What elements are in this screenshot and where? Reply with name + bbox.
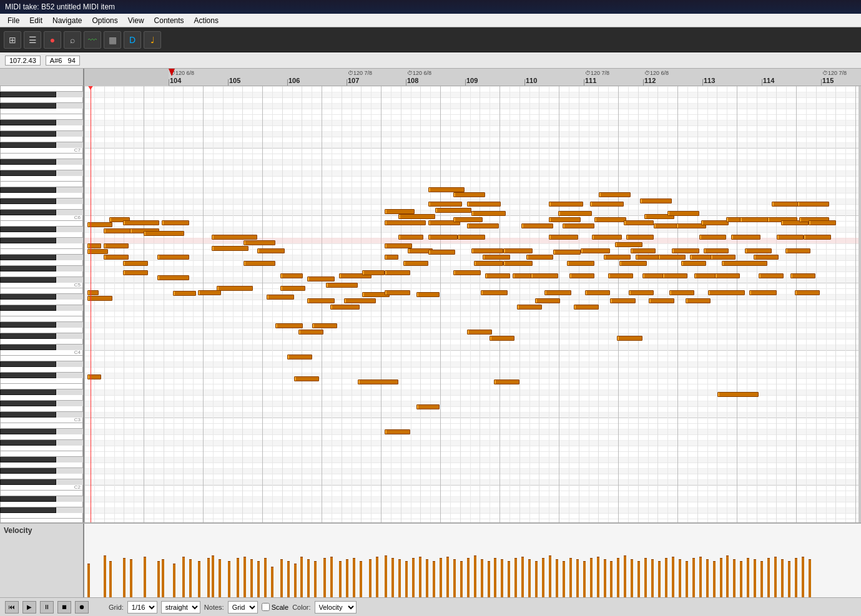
velocity-bar[interactable] bbox=[788, 561, 790, 598]
midi-note[interactable] bbox=[569, 273, 594, 278]
midi-note[interactable] bbox=[604, 255, 631, 260]
velocity-bar[interactable] bbox=[467, 558, 470, 597]
velocity-bar[interactable] bbox=[781, 559, 784, 597]
midi-note[interactable] bbox=[398, 235, 423, 240]
note-grid[interactable] bbox=[84, 86, 859, 522]
piano-key-G4[interactable] bbox=[0, 311, 83, 316]
piano-key-E7[interactable] bbox=[0, 125, 83, 131]
midi-note[interactable] bbox=[809, 220, 836, 225]
velocity-bar[interactable] bbox=[658, 561, 661, 598]
piano-key-G#6[interactable] bbox=[0, 170, 56, 176]
color-select[interactable]: VelocityPitchChannel bbox=[315, 601, 357, 614]
velocity-bar[interactable] bbox=[617, 558, 619, 597]
midi-note[interactable] bbox=[619, 261, 647, 266]
midi-note[interactable] bbox=[785, 248, 810, 253]
midi-note[interactable] bbox=[416, 404, 439, 409]
midi-note[interactable] bbox=[87, 222, 112, 227]
piano-key-B5[interactable] bbox=[0, 221, 83, 227]
midi-note[interactable] bbox=[617, 336, 642, 341]
velocity-bar[interactable] bbox=[130, 559, 132, 597]
menu-file[interactable]: File bbox=[2, 15, 24, 26]
midi-note[interactable] bbox=[549, 202, 583, 207]
timeline-ruler[interactable]: ⏱120 6/8104105106⏱120 7/8107⏱120 6/81081… bbox=[169, 69, 861, 86]
piano-key-A7[interactable] bbox=[0, 97, 83, 103]
midi-note[interactable] bbox=[672, 248, 699, 253]
midi-note[interactable] bbox=[754, 255, 779, 260]
velocity-bar[interactable] bbox=[398, 559, 401, 597]
velocity-bar[interactable] bbox=[706, 559, 709, 597]
piano-key-C3[interactable]: C3 bbox=[0, 418, 83, 423]
velocity-bar[interactable] bbox=[651, 559, 654, 597]
midi-note[interactable] bbox=[217, 286, 253, 291]
velocity-bar[interactable] bbox=[809, 559, 811, 597]
velocity-bar[interactable] bbox=[250, 559, 253, 597]
midi-note[interactable] bbox=[649, 298, 674, 303]
velocity-bar[interactable] bbox=[271, 567, 273, 598]
midi-note[interactable] bbox=[267, 295, 294, 300]
velocity-bar[interactable] bbox=[754, 559, 756, 597]
transport-play[interactable]: ▶ bbox=[22, 601, 36, 614]
midi-note[interactable] bbox=[385, 270, 410, 275]
velocity-bar[interactable] bbox=[294, 564, 297, 597]
midi-note[interactable] bbox=[626, 235, 654, 240]
midi-note[interactable] bbox=[162, 220, 189, 225]
transport-pause[interactable]: ⏸ bbox=[40, 601, 54, 614]
velocity-bar[interactable] bbox=[207, 558, 210, 597]
velocity-bar[interactable] bbox=[733, 559, 736, 597]
menu-view[interactable]: View bbox=[123, 15, 149, 26]
velocity-bar[interactable] bbox=[802, 557, 804, 597]
piano-key-F#7[interactable] bbox=[0, 114, 83, 120]
velocity-bar[interactable] bbox=[433, 561, 435, 598]
record-button[interactable]: ● bbox=[44, 31, 61, 49]
piano-key-D4[interactable] bbox=[0, 339, 83, 345]
piano-key-F5[interactable] bbox=[0, 255, 56, 260]
piano-key-A#5[interactable] bbox=[0, 227, 56, 232]
piano-key-B1[interactable] bbox=[0, 491, 83, 496]
midi-button[interactable]: ♩ bbox=[144, 31, 161, 49]
menu-options[interactable]: Options bbox=[87, 15, 122, 26]
midi-note[interactable] bbox=[485, 273, 510, 278]
velocity-bar[interactable] bbox=[314, 561, 317, 598]
midi-note[interactable] bbox=[428, 202, 463, 207]
velocity-bar[interactable] bbox=[198, 561, 200, 598]
midi-note[interactable] bbox=[453, 192, 485, 197]
piano-key-C#7[interactable] bbox=[0, 142, 56, 148]
midi-note[interactable] bbox=[280, 273, 303, 278]
midi-note[interactable] bbox=[244, 240, 275, 245]
menu-actions[interactable]: Actions bbox=[189, 15, 224, 26]
piano-key-A#6[interactable] bbox=[0, 159, 56, 165]
midi-note[interactable] bbox=[615, 242, 642, 247]
piano-key-B6[interactable] bbox=[0, 154, 83, 159]
velocity-bar[interactable] bbox=[173, 564, 175, 597]
velocity-bar[interactable] bbox=[686, 561, 688, 598]
grid-select[interactable]: 1/161/81/41/2 bbox=[127, 601, 157, 614]
velocity-bar[interactable] bbox=[182, 557, 185, 597]
midi-note[interactable] bbox=[558, 211, 593, 216]
piano-key-D#2[interactable] bbox=[0, 468, 56, 474]
midi-note[interactable] bbox=[549, 235, 578, 240]
piano-key-E2[interactable] bbox=[0, 462, 83, 468]
piano-key-F#2[interactable] bbox=[0, 451, 83, 457]
velocity-bar[interactable] bbox=[446, 557, 449, 597]
velocity-bar[interactable] bbox=[287, 561, 290, 598]
midi-note[interactable] bbox=[198, 290, 220, 295]
midi-note[interactable] bbox=[307, 276, 335, 281]
piano-key-G#3[interactable] bbox=[0, 373, 56, 378]
transport-stop[interactable]: ⏹ bbox=[57, 601, 71, 614]
velocity-bar[interactable] bbox=[104, 555, 106, 598]
midi-note[interactable] bbox=[385, 209, 414, 214]
midi-note[interactable] bbox=[467, 330, 492, 335]
midi-note[interactable] bbox=[87, 290, 99, 295]
velocity-bar[interactable] bbox=[189, 559, 192, 597]
piano-key-D2[interactable] bbox=[0, 474, 83, 479]
midi-note[interactable] bbox=[312, 323, 337, 328]
velocity-bar[interactable] bbox=[604, 559, 606, 597]
piano-key-B2[interactable] bbox=[0, 423, 83, 429]
midi-note[interactable] bbox=[749, 290, 777, 295]
piano-key-C5[interactable]: C5 bbox=[0, 283, 83, 288]
midi-note[interactable] bbox=[563, 223, 594, 228]
midi-note[interactable] bbox=[658, 255, 686, 260]
velocity-bar[interactable] bbox=[460, 561, 463, 598]
piano-key-A1[interactable] bbox=[0, 502, 83, 507]
magnifier-button[interactable]: ⌕ bbox=[64, 31, 81, 49]
